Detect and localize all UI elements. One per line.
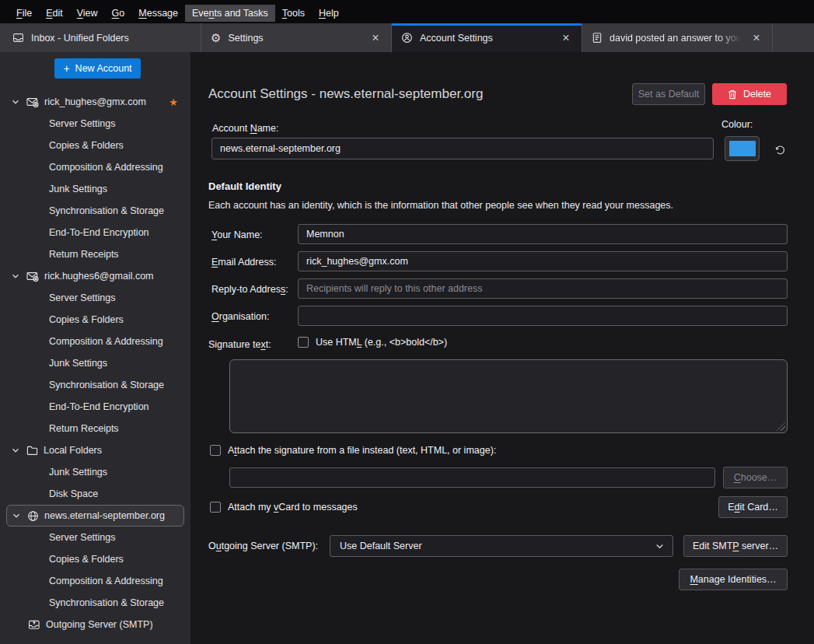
outgoing-server-label: Outgoing Server (SMTP): [208, 541, 318, 551]
sidebar-account-news-selected[interactable]: news.eternal-september.org [6, 505, 184, 527]
resize-handle[interactable] [777, 422, 785, 431]
tab-inbox[interactable]: Inbox - Unified Folders [3, 23, 201, 52]
account-name-input[interactable] [211, 138, 714, 159]
menu-edit[interactable]: Edit [39, 5, 70, 22]
default-identity-description: Each account has an identity, which is t… [208, 200, 673, 211]
close-icon[interactable]: × [558, 30, 574, 46]
sidebar-item-sync-storage[interactable]: Synchronisation & Storage [0, 592, 190, 614]
sidebar-account-gmx[interactable]: rick_hughes@gmx.com ★ [0, 91, 190, 113]
attach-vcard-label: Attach my vCard to messages [228, 502, 358, 513]
account-settings-icon [401, 32, 413, 44]
chevron-down-icon[interactable] [12, 511, 21, 520]
sidebar-account-local-folders[interactable]: Local Folders [0, 439, 190, 461]
tab-account-settings[interactable]: Account Settings × [392, 23, 582, 52]
reply-to-input[interactable] [298, 278, 788, 299]
reset-colour-button[interactable] [772, 142, 788, 157]
organisation-input[interactable] [298, 306, 788, 326]
mail-account-icon [26, 96, 39, 108]
use-html-checkbox[interactable] [298, 337, 309, 348]
page-title: Account Settings - news.eternal-septembe… [208, 86, 483, 102]
tab-label: Inbox - Unified Folders [31, 33, 193, 44]
sidebar-item-server-settings[interactable]: Server Settings [0, 113, 190, 135]
default-identity-heading: Default Identity [208, 180, 281, 192]
menu-message[interactable]: Message [131, 5, 185, 22]
gear-icon: ⚙ [211, 32, 221, 44]
sidebar-item-copies-folders[interactable]: Copies & Folders [0, 309, 190, 331]
chevron-down-icon[interactable] [11, 271, 20, 281]
globe-icon [27, 510, 39, 522]
folder-icon [26, 445, 38, 456]
edit-smtp-server-button[interactable]: Edit SMTP server… [683, 535, 788, 557]
menu-view[interactable]: View [70, 5, 105, 22]
attach-vcard-checkbox[interactable] [210, 502, 221, 513]
trash-icon [728, 89, 737, 100]
colour-label: Colour: [721, 119, 753, 130]
tab-label: david posted an answer to your que [610, 33, 742, 44]
tab-notification[interactable]: david posted an answer to your que × [582, 23, 773, 52]
menu-go[interactable]: Go [105, 5, 132, 22]
sidebar-item-disk-space[interactable]: Disk Space [0, 483, 190, 505]
close-icon[interactable]: × [749, 30, 764, 46]
chevron-down-icon[interactable] [11, 446, 20, 455]
signature-text-label: Signature text: [208, 339, 271, 350]
sidebar-item-e2e-encryption[interactable]: End-To-End Encryption [0, 222, 190, 243]
sidebar-item-composition-addressing[interactable]: Composition & Addressing [0, 156, 190, 178]
sidebar-item-junk-settings[interactable]: Junk Settings [0, 461, 190, 483]
sidebar-account-gmail[interactable]: rick.hughes6@gmail.com [0, 265, 190, 287]
colour-swatch-button[interactable] [725, 136, 760, 161]
email-address-input[interactable] [298, 251, 788, 271]
signature-file-input[interactable] [229, 467, 715, 488]
sidebar-item-composition-addressing[interactable]: Composition & Addressing [0, 570, 190, 592]
article-icon [592, 32, 603, 44]
tab-label: Settings [228, 33, 362, 44]
menu-file[interactable]: File [9, 5, 39, 22]
menu-help[interactable]: Help [312, 5, 346, 22]
mail-account-icon [26, 271, 39, 282]
email-address-label: Email Address: [211, 257, 276, 268]
edit-card-button[interactable]: Edit Card… [718, 496, 788, 518]
outgoing-server-select[interactable]: Use Default Server [330, 535, 673, 557]
attach-signature-file-checkbox[interactable] [210, 445, 221, 456]
menu-tools[interactable]: Tools [275, 5, 312, 22]
sidebar-item-server-settings[interactable]: Server Settings [0, 527, 190, 548]
sidebar-item-copies-folders[interactable]: Copies & Folders [0, 548, 190, 570]
tab-bar: Inbox - Unified Folders ⚙ Settings × Acc… [0, 23, 814, 52]
sidebar-item-e2e-encryption[interactable]: End-To-End Encryption [0, 396, 190, 418]
new-account-button[interactable]: + New Account [54, 58, 141, 79]
sidebar-item-sync-storage[interactable]: Synchronisation & Storage [0, 200, 190, 222]
your-name-input[interactable] [298, 224, 788, 244]
attach-signature-file-label: Attach the signature from a file instead… [228, 445, 496, 456]
sidebar-item-copies-folders[interactable]: Copies & Folders [0, 135, 190, 156]
chevron-down-icon [655, 541, 665, 551]
sidebar-item-return-receipts[interactable]: Return Receipts [0, 243, 190, 265]
menu-events-and-tasks[interactable]: Events and Tasks [185, 5, 275, 22]
delete-button[interactable]: Delete [712, 83, 787, 105]
reply-to-label: Reply-to Address: [211, 284, 288, 295]
tab-label: Account Settings [420, 33, 552, 44]
outbox-icon [28, 619, 40, 631]
sidebar-item-return-receipts[interactable]: Return Receipts [0, 418, 190, 439]
tab-settings[interactable]: ⚙ Settings × [201, 23, 392, 52]
use-html-label: Use HTML (e.g., <b>bold</b>) [316, 337, 447, 348]
sidebar-item-server-settings[interactable]: Server Settings [0, 287, 190, 309]
chevron-down-icon[interactable] [11, 97, 20, 107]
account-settings-sidebar: + New Account rick_hughes@gmx.com ★ Serv… [0, 52, 190, 644]
sidebar-item-outgoing-server[interactable]: Outgoing Server (SMTP) [0, 614, 190, 635]
sidebar-item-junk-settings[interactable]: Junk Settings [0, 352, 190, 374]
account-name-label: Account Name: [212, 123, 278, 134]
choose-file-button[interactable]: Choose… [723, 467, 788, 488]
sidebar-item-junk-settings[interactable]: Junk Settings [0, 178, 190, 200]
close-icon[interactable]: × [368, 30, 383, 46]
organisation-label: Organisation: [211, 311, 269, 322]
menu-bar: File Edit View Go Message Events and Tas… [0, 0, 814, 23]
undo-icon [774, 144, 786, 156]
sidebar-item-composition-addressing[interactable]: Composition & Addressing [0, 331, 190, 352]
account-settings-panel: Account Settings - news.eternal-septembe… [190, 52, 814, 644]
sidebar-item-sync-storage[interactable]: Synchronisation & Storage [0, 374, 190, 396]
set-as-default-button[interactable]: Set as Default [632, 83, 705, 105]
your-name-label: Your Name: [211, 229, 263, 240]
colour-swatch [729, 141, 756, 156]
selected-smtp-server: Use Default Server [340, 541, 655, 551]
signature-textarea[interactable] [229, 359, 788, 433]
manage-identities-button[interactable]: Manage Identities… [679, 569, 788, 590]
